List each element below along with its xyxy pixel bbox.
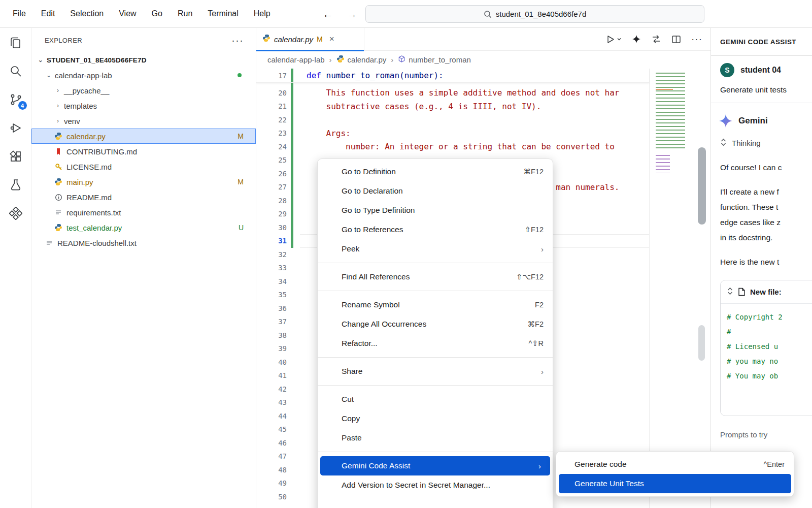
extensions-icon[interactable]	[8, 149, 23, 164]
menu-item-find-all-references[interactable]: Find All References⇧⌥F12	[318, 267, 553, 287]
tree-item-readme-md[interactable]: README.md	[31, 189, 256, 205]
breadcrumb: calendar-app-lab›calendar.py›number_to_r…	[256, 51, 710, 69]
tree-root[interactable]: ⌄STUDENT_01_8E405D66FE7D	[31, 52, 256, 68]
menu-terminal[interactable]: Terminal	[200, 9, 246, 18]
menu-view[interactable]: View	[111, 9, 144, 18]
explorer-more-actions-button[interactable]: ···	[231, 34, 244, 46]
menu-item-gemini-code-assist[interactable]: Gemini Code Assist›	[320, 456, 550, 475]
cloud-code-icon[interactable]	[8, 206, 23, 221]
menu-help[interactable]: Help	[246, 9, 278, 18]
forward-arrow-button[interactable]: →	[347, 9, 357, 19]
gutter-change-bar	[291, 490, 293, 504]
menu-item-copy[interactable]: Copy	[318, 409, 553, 428]
generated-code-card[interactable]: New file: # Copyright 2## Licensed u# yo…	[720, 280, 812, 416]
line-number: 43	[256, 398, 287, 406]
menu-item-go-to-definition[interactable]: Go to Definition⌘F12	[318, 162, 553, 181]
command-search-input[interactable]: student_01_8e405d66fe7d	[365, 5, 704, 23]
gemini-panel-title: GEMINI CODE ASSIST	[711, 28, 812, 56]
menu-run[interactable]: Run	[170, 9, 200, 18]
submenu-arrow-icon: ›	[538, 462, 541, 470]
source-control-icon[interactable]: 4	[8, 92, 23, 107]
menu-item-generate-unit-tests[interactable]: Generate Unit Tests	[559, 474, 791, 493]
symbol-cube-icon	[398, 55, 405, 65]
tree-item-venv[interactable]: ›venv	[31, 113, 256, 129]
menu-item-share[interactable]: Share›	[318, 362, 553, 381]
menu-file[interactable]: File	[5, 9, 33, 18]
assistant-name: Gemini	[738, 116, 768, 126]
minimap[interactable]	[649, 69, 690, 508]
txt-file-icon	[45, 239, 54, 247]
breadcrumb-item[interactable]: calendar.py	[336, 55, 387, 65]
tree-item-contributing-md[interactable]: CONTRIBUTING.md	[31, 144, 256, 159]
line-number: 20	[256, 89, 287, 97]
tree-item-templates[interactable]: ›templates	[31, 98, 256, 113]
user-message-header: S student 04	[720, 63, 812, 77]
line-number: 27	[256, 183, 287, 191]
file-label: venv	[64, 117, 80, 125]
menu-item-add-version-to-secret-in-secret-manager-[interactable]: Add Version to Secret in Secret Manager.…	[318, 475, 553, 495]
line-number: 42	[256, 385, 287, 393]
menu-edit[interactable]: Edit	[33, 9, 63, 18]
more-actions-icon[interactable]: ···	[691, 34, 702, 45]
menu-item-go-to-declaration[interactable]: Go to Declaration	[318, 181, 553, 201]
testing-beaker-icon[interactable]	[8, 177, 23, 193]
line-number: 28	[256, 197, 287, 205]
search-sidebar-icon[interactable]	[8, 64, 23, 79]
sticky-scroll-line[interactable]: 17 def number_to_roman(number):	[256, 69, 649, 83]
line-number: 49	[256, 479, 287, 487]
line-number: 26	[256, 170, 287, 178]
menu-item-change-all-occurrences[interactable]: Change All Occurrences⌘F2	[318, 314, 553, 334]
file-label: __pycache__	[64, 86, 109, 95]
explorer-icon[interactable]	[8, 35, 23, 50]
gutter-change-bar	[291, 288, 293, 302]
gutter-change-bar	[291, 342, 293, 356]
breadcrumb-item[interactable]: number_to_roman	[398, 55, 471, 65]
code-line-24[interactable]: 24 number: An integer or a string that c…	[256, 140, 649, 154]
menu-item-peek[interactable]: Peek›	[318, 239, 553, 259]
line-number: 29	[256, 210, 287, 218]
assistant-text-line: edge cases like z	[720, 215, 812, 230]
tab-close-icon[interactable]: ×	[329, 34, 334, 44]
menu-item-go-to-type-definition[interactable]: Go to Type Definition	[318, 201, 553, 220]
submenu-arrow-icon: ›	[541, 245, 544, 253]
menu-item-paste[interactable]: Paste	[318, 428, 553, 448]
chevron-right-icon: ›	[54, 102, 62, 109]
thinking-toggle[interactable]: Thinking	[720, 138, 812, 148]
menu-item-go-to-references[interactable]: Go to References⇧F12	[318, 220, 553, 239]
editor-scrollbar-thumb[interactable]	[698, 147, 706, 225]
tree-item-calendar-app-lab[interactable]: ⌄calendar-app-lab	[31, 68, 256, 83]
editor-scrollbar-thumb-secondary[interactable]	[698, 325, 705, 361]
code-line-23[interactable]: 23 Args:	[256, 126, 649, 140]
user-name: student 04	[740, 66, 781, 75]
gutter-change-bar	[291, 275, 293, 289]
code-line-20[interactable]: 20 This function uses a simple additive …	[256, 86, 649, 100]
split-editor-button[interactable]	[671, 35, 681, 44]
menu-item-generate-code[interactable]: Generate code^Enter	[556, 455, 794, 474]
tree-item-requirements-txt[interactable]: requirements.txt	[31, 205, 256, 220]
collapse-expand-icon[interactable]	[727, 287, 733, 297]
compare-changes-button[interactable]	[651, 34, 661, 44]
gutter-change-bar	[291, 450, 293, 463]
gemini-sparkle-button[interactable]	[632, 35, 641, 44]
run-debug-icon[interactable]	[8, 120, 23, 136]
code-line-22[interactable]: 22	[256, 113, 649, 127]
line-number: 39	[256, 344, 287, 353]
tree-item-readme-cloudshell-txt[interactable]: README-cloudshell.txt	[31, 235, 256, 250]
tree-item--pycache-[interactable]: ›__pycache__	[31, 83, 256, 98]
tree-item-main-py[interactable]: main.pyM	[31, 174, 256, 189]
menu-go[interactable]: Go	[144, 9, 170, 18]
menu-item-rename-symbol[interactable]: Rename SymbolF2	[318, 295, 553, 314]
tab-calendar-py[interactable]: calendar.py M ×	[256, 28, 364, 51]
back-arrow-button[interactable]: ←	[323, 9, 333, 19]
breadcrumb-item[interactable]: calendar-app-lab	[267, 55, 325, 64]
menu-selection[interactable]: Selection	[62, 9, 111, 18]
tree-item-test-calendar-py[interactable]: test_calendar.pyU	[31, 220, 256, 235]
tree-item-license-md[interactable]: LICENSE.md	[31, 159, 256, 174]
assistant-intro: Of course! I can c	[720, 160, 812, 175]
breadcrumb-separator: ›	[391, 55, 393, 64]
menu-item-cut[interactable]: Cut	[318, 390, 553, 409]
menu-item-refactor-[interactable]: Refactor...^⇧R	[318, 334, 553, 353]
tree-item-calendar-py[interactable]: calendar.pyM	[31, 129, 256, 144]
run-file-button[interactable]	[605, 35, 622, 44]
code-line-21[interactable]: 21 subtractive cases (e.g., 4 is IIII, n…	[256, 100, 649, 113]
